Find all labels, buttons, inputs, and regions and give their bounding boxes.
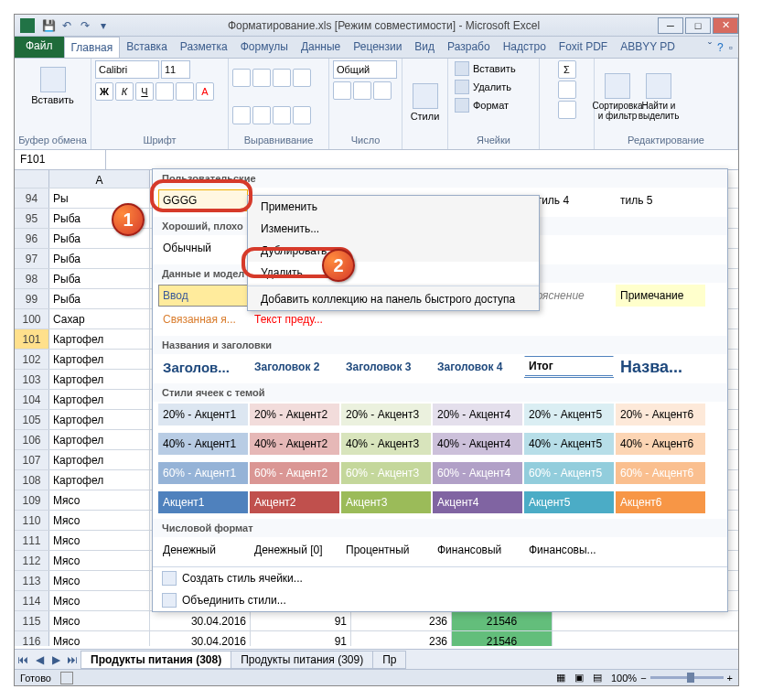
tab-insert[interactable]: Вставка bbox=[120, 37, 174, 58]
row-header[interactable]: 96 bbox=[15, 229, 49, 248]
row-header[interactable]: 106 bbox=[15, 430, 49, 449]
cell[interactable]: 91 bbox=[251, 611, 351, 630]
minimize-button[interactable]: ─ bbox=[658, 17, 683, 34]
align-left-icon[interactable] bbox=[232, 106, 251, 124]
style-item[interactable]: Заголовок 2 bbox=[250, 356, 339, 378]
sheet-nav-prev-icon[interactable]: ◀ bbox=[31, 653, 48, 666]
row-header[interactable]: 109 bbox=[15, 490, 49, 510]
cell[interactable]: Картофел bbox=[49, 470, 150, 490]
wrap-text-icon[interactable] bbox=[293, 69, 311, 87]
sheet-nav-first-icon[interactable]: ⏮ bbox=[15, 653, 31, 666]
tab-review[interactable]: Рецензии bbox=[347, 37, 408, 58]
tab-developer[interactable]: Разрабо bbox=[441, 37, 497, 58]
cell[interactable]: 236 bbox=[351, 611, 452, 630]
style-item[interactable]: тиль 5 bbox=[616, 189, 705, 211]
cell[interactable]: Мясо bbox=[49, 511, 150, 530]
help-icon[interactable]: ? bbox=[717, 41, 724, 54]
italic-icon[interactable]: К bbox=[115, 82, 134, 101]
zoom-out-icon[interactable]: − bbox=[640, 673, 646, 684]
ribbon-minimize-icon[interactable]: ˇ bbox=[708, 41, 712, 54]
fill-icon[interactable] bbox=[558, 81, 576, 99]
format-cells-button[interactable]: Формат bbox=[452, 97, 511, 113]
cell[interactable]: 21546 bbox=[452, 631, 553, 646]
number-format-input[interactable] bbox=[333, 60, 397, 79]
tab-foxit[interactable]: Foxit PDF bbox=[553, 37, 614, 58]
sheet-tab-3[interactable]: Пр bbox=[372, 651, 406, 669]
style-item[interactable]: Заголовок 3 bbox=[341, 356, 431, 378]
delete-cells-button[interactable]: Удалить bbox=[452, 79, 514, 95]
ctx-edit[interactable]: Изменить... bbox=[248, 218, 539, 240]
style-item[interactable]: Акцент2 bbox=[250, 491, 339, 513]
paste-button[interactable]: Вставить bbox=[34, 60, 72, 112]
styles-button[interactable]: Стили bbox=[406, 77, 444, 128]
cell[interactable]: Мясо bbox=[49, 531, 150, 550]
zoom-slider[interactable] bbox=[650, 676, 724, 679]
tab-layout[interactable]: Разметка bbox=[174, 37, 234, 58]
view-normal-icon[interactable]: ▦ bbox=[556, 672, 565, 684]
style-item[interactable]: 20% - Акцент5 bbox=[524, 404, 614, 425]
style-item[interactable]: Связанная я... bbox=[158, 308, 248, 330]
tab-abbyy[interactable]: ABBYY PD bbox=[614, 37, 682, 58]
cell[interactable]: Картофел bbox=[49, 450, 150, 469]
zoom-in-icon[interactable]: + bbox=[727, 673, 733, 684]
style-item[interactable]: 60% - Акцент3 bbox=[341, 462, 431, 484]
cell[interactable]: Картофел bbox=[49, 430, 150, 449]
style-item[interactable]: Финансовый bbox=[433, 539, 522, 561]
style-item[interactable]: Акцент6 bbox=[616, 491, 705, 513]
name-box[interactable]: F101 bbox=[15, 150, 106, 169]
maximize-button[interactable]: □ bbox=[685, 17, 711, 34]
style-item[interactable]: Текст преду... bbox=[250, 308, 339, 330]
row-header[interactable]: 100 bbox=[15, 309, 49, 328]
style-item[interactable]: Акцент4 bbox=[433, 491, 522, 513]
style-item[interactable]: 60% - Акцент6 bbox=[616, 462, 705, 484]
row-header[interactable]: 94 bbox=[15, 188, 49, 208]
fill-color-icon[interactable] bbox=[176, 82, 194, 101]
select-all[interactable] bbox=[15, 170, 49, 188]
style-item[interactable]: 60% - Акцент5 bbox=[524, 462, 614, 484]
style-item[interactable]: Заголов... bbox=[158, 356, 248, 378]
tab-home[interactable]: Главная bbox=[64, 37, 121, 58]
row-header[interactable]: 97 bbox=[15, 249, 49, 268]
align-right-icon[interactable] bbox=[273, 106, 291, 124]
cell[interactable]: Мясо bbox=[49, 631, 150, 646]
sheet-nav-last-icon[interactable]: ⏭ bbox=[64, 653, 80, 666]
style-item[interactable]: 60% - Акцент2 bbox=[250, 462, 339, 484]
formula-input[interactable] bbox=[106, 150, 738, 169]
zoom-level[interactable]: 100% bbox=[611, 673, 637, 684]
cell[interactable]: Мясо bbox=[49, 591, 150, 610]
cell[interactable]: Рыба bbox=[49, 269, 150, 288]
cell[interactable]: 91 bbox=[251, 631, 351, 646]
row-header[interactable]: 113 bbox=[15, 571, 49, 590]
font-color-icon[interactable]: А bbox=[196, 82, 214, 101]
row-header[interactable]: 107 bbox=[15, 450, 49, 469]
cell[interactable]: Картофел bbox=[49, 410, 150, 429]
col-A[interactable]: A bbox=[49, 170, 150, 188]
close-button[interactable]: ✕ bbox=[713, 17, 738, 34]
ctx-apply[interactable]: Применить bbox=[248, 196, 539, 218]
underline-icon[interactable]: Ч bbox=[135, 82, 154, 101]
row-header[interactable]: 102 bbox=[15, 350, 49, 369]
tab-view[interactable]: Вид bbox=[408, 37, 441, 58]
cell[interactable]: Рыба bbox=[49, 249, 150, 268]
row-header[interactable]: 110 bbox=[15, 511, 49, 530]
align-middle-icon[interactable] bbox=[252, 69, 271, 87]
font-size-input[interactable] bbox=[161, 60, 190, 79]
cell[interactable]: Картофел bbox=[49, 329, 150, 349]
percent-icon[interactable] bbox=[353, 81, 371, 100]
cell[interactable]: Мясо bbox=[49, 490, 150, 510]
style-item[interactable]: Примечание bbox=[616, 285, 705, 307]
cell[interactable]: Картофел bbox=[49, 350, 150, 369]
style-item[interactable]: Процентный bbox=[341, 539, 431, 561]
cell[interactable]: Мясо bbox=[49, 611, 150, 630]
align-top-icon[interactable] bbox=[232, 69, 251, 87]
find-select-button[interactable]: Найти и выделить bbox=[639, 71, 678, 123]
style-item[interactable]: 40% - Акцент1 bbox=[158, 433, 248, 455]
cell[interactable]: Мясо bbox=[49, 551, 150, 570]
currency-icon[interactable] bbox=[333, 81, 351, 100]
qa-more-icon[interactable]: ▾ bbox=[95, 17, 112, 34]
style-item[interactable]: 40% - Акцент2 bbox=[250, 433, 339, 455]
tab-formulas[interactable]: Формулы bbox=[234, 37, 295, 58]
font-name-input[interactable] bbox=[95, 60, 159, 79]
sheet-tab-1[interactable]: Продукты питания (308) bbox=[80, 651, 231, 669]
align-center-icon[interactable] bbox=[252, 106, 271, 124]
